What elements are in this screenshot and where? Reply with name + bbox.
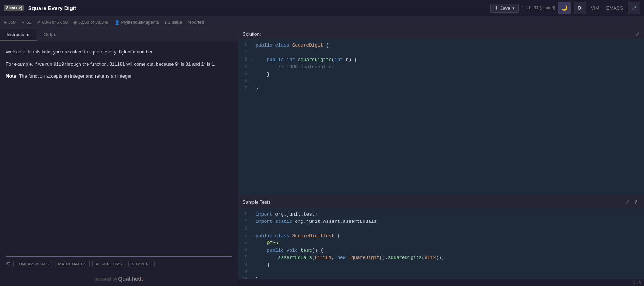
top-bar-left: 7 kyu ◁ Square Every Digit <box>4 5 76 11</box>
percent-value: 88% of 5,058 <box>42 20 68 25</box>
sample-label: Sample Tests: <box>243 199 272 205</box>
code-line: 3 ▸ public int squareDigits(int n) { <box>238 57 644 64</box>
version-label: 1.8.0_91 (Java 8) <box>522 5 555 10</box>
example-part1: For example, if we run 9119 through the … <box>6 61 178 67</box>
status-bar: 0 kB <box>238 279 644 286</box>
download-icon: ⬇ <box>494 5 498 11</box>
help-button[interactable]: ? <box>632 198 640 206</box>
file-size: 0 kB <box>633 281 641 285</box>
sample-header: Sample Tests: ⤢ ? <box>238 196 644 208</box>
rank-text: 7 kyu <box>6 5 17 10</box>
score-icon: ◈ <box>4 20 7 25</box>
vim-button[interactable]: VIM <box>589 4 601 12</box>
example-part2: is 81 and 1 <box>179 61 204 67</box>
meta-solutions: ◉ 6,550 of 38,349 <box>73 20 108 25</box>
tag-mathematics[interactable]: MATHEMATICS <box>55 261 90 267</box>
user-icon: 👤 <box>114 20 120 25</box>
tabs-bar: Instructions Output <box>0 29 238 41</box>
kata-rank: 7 kyu ◁ <box>4 5 24 11</box>
meta-score: ◈ 359 <box>4 20 16 25</box>
solution-section: Solution: ⤢ 1 ▸ public class SquareDigit… <box>238 29 644 196</box>
chevron-down-icon: ▾ <box>512 5 515 11</box>
solutions-value: 6,550 of 38,349 <box>78 20 108 25</box>
code-line: 1 ▸ public class SquareDigit { <box>238 42 644 49</box>
code-line: 5 @Test <box>238 240 644 247</box>
emacs-button[interactable]: EMACS <box>604 4 625 12</box>
solution-expand-button[interactable]: ⤢ <box>635 31 640 37</box>
star-icon: ✦ <box>21 20 25 25</box>
solution-label: Solution: <box>243 31 261 37</box>
main-layout: Instructions Output Welcome. In this kat… <box>0 29 644 286</box>
tab-output[interactable]: Output <box>37 29 64 41</box>
instructions-content: Welcome. In this kata, you are asked to … <box>0 41 238 256</box>
kata-title: Square Every Digit <box>28 5 76 11</box>
top-bar: 7 kyu ◁ Square Every Digit ⬇ Java ▾ 1.8.… <box>0 0 644 16</box>
tag-algorithms[interactable]: ALGORITHMS <box>92 261 125 267</box>
sample-tests-section: Sample Tests: ⤢ ? 1 import org.junit.tes… <box>238 196 644 279</box>
rank-chevron: ◁ <box>18 5 22 10</box>
meta-user: 👤 MysteriousMagenta <box>114 20 159 25</box>
code-line: 9 <box>238 269 644 276</box>
meta-stars: ✦ 51 <box>21 20 31 25</box>
check-icon: ✔ <box>37 20 40 25</box>
sample-expand-button[interactable]: ⤢ <box>625 199 630 205</box>
note-body: The function accepts an integer and retu… <box>19 73 132 79</box>
sample-editor[interactable]: 1 import org.junit.test; 2 import static… <box>238 208 644 279</box>
meta-issues: ℹ 1 Issue <box>165 20 182 25</box>
circle-icon: ◉ <box>73 20 77 25</box>
tab-instructions[interactable]: Instructions <box>0 29 37 41</box>
user-value: MysteriousMagenta <box>121 20 159 25</box>
powered-by-text: powered by <box>95 277 117 282</box>
left-panel: Instructions Output Welcome. In this kat… <box>0 29 238 286</box>
info-icon: ℹ <box>165 20 166 25</box>
solution-header: Solution: ⤢ <box>238 29 644 39</box>
stars-value: 51 <box>26 20 31 25</box>
code-line: 4 ▸ public class SquareDigitTest { <box>238 233 644 240</box>
code-line: 8 } <box>238 262 644 269</box>
meta-bar: ◈ 359 ✦ 51 ✔ 88% of 5,058 ◉ 6,550 of 38,… <box>0 16 644 29</box>
expand-button[interactable]: ⤢ <box>628 2 640 14</box>
tag-icon: 🏷 <box>6 261 10 267</box>
code-line: 3 <box>238 226 644 233</box>
tags-bar: 🏷 FUNDAMENTALS MATHEMATICS ALGORITHMS NU… <box>0 257 238 271</box>
code-line: 4 // TODO Implement me <box>238 64 644 71</box>
right-panel: Solution: ⤢ 1 ▸ public class SquareDigit… <box>238 29 644 286</box>
language-label: Java <box>500 5 510 11</box>
brand-name: Qualified: <box>118 276 143 282</box>
intro-text: Welcome. In this kata, you are asked to … <box>6 48 232 56</box>
example-part3: is 1. <box>205 61 215 67</box>
code-line: 6 ▸ public void test() { <box>238 247 644 255</box>
language-selector[interactable]: ⬇ Java ▾ <box>490 4 519 13</box>
meta-reported: reported <box>188 20 204 25</box>
meta-percent: ✔ 88% of 5,058 <box>37 20 68 25</box>
example-text: For example, if we run 9119 through the … <box>6 60 232 68</box>
code-line: 2 import static org.junit.Assert.assertE… <box>238 218 644 226</box>
code-line: 10 } <box>238 276 644 279</box>
solution-editor[interactable]: 1 ▸ public class SquareDigit { 2 3 ▸ pub… <box>238 39 644 195</box>
powered-by: powered by Qualified: <box>0 271 238 286</box>
settings-button[interactable]: ⚙ <box>574 2 586 14</box>
sample-actions: ⤢ ? <box>625 198 640 206</box>
top-bar-right: ⬇ Java ▾ 1.8.0_91 (Java 8) 🌙 ⚙ VIM EMACS… <box>490 2 640 14</box>
tab-instructions-label: Instructions <box>6 32 30 37</box>
note-text: Note: The function accepts an integer an… <box>6 73 232 80</box>
note-label: Note: <box>6 73 18 79</box>
code-line: 1 import org.junit.test; <box>238 211 644 218</box>
code-line: 7 assertEquals(811181, new SquareDigit()… <box>238 255 644 262</box>
reported-label: reported <box>188 20 204 25</box>
code-line: 7 } <box>238 86 644 93</box>
tag-fundamentals[interactable]: FUNDAMENTALS <box>13 261 52 267</box>
score-value: 359 <box>8 20 16 25</box>
tab-output-label: Output <box>43 32 57 37</box>
tag-numbers[interactable]: NUMBERS <box>128 261 155 267</box>
dark-mode-button[interactable]: 🌙 <box>558 2 571 14</box>
issues-value: 1 Issue <box>168 20 182 25</box>
code-line: 2 <box>238 49 644 57</box>
code-line: 5 } <box>238 71 644 78</box>
code-line: 6 <box>238 78 644 86</box>
